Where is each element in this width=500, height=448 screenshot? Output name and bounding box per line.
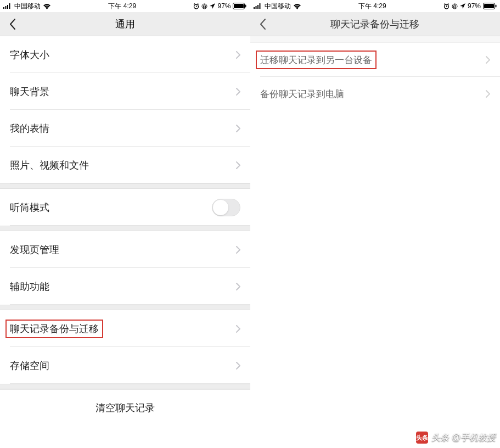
- orientation-lock-icon: [452, 3, 458, 9]
- toggle-switch[interactable]: [212, 199, 240, 216]
- wifi-icon: [293, 3, 301, 9]
- svg-rect-9: [254, 7, 255, 9]
- watermark-text: 头条 @手机教授: [431, 432, 496, 444]
- highlight-box: 迁移聊天记录到另一台设备: [256, 51, 377, 69]
- cell-label: 迁移聊天记录到另一台设备: [260, 55, 372, 65]
- watermark-logo-icon: 头条: [416, 432, 428, 444]
- chevron-right-icon: [236, 362, 240, 369]
- carrier-label: 中国移动: [14, 2, 41, 11]
- svg-rect-3: [9, 3, 10, 9]
- settings-list: 迁移聊天记录到另一台设备 备份聊天记录到电脑: [250, 36, 501, 443]
- status-bar: 中国移动 下午 4:29 97%: [0, 0, 250, 12]
- cell-label: 清空聊天记录: [95, 401, 155, 415]
- status-time: 下午 4:29: [108, 2, 136, 11]
- cell-label: 聊天记录备份与迁移: [10, 324, 99, 334]
- chevron-right-icon: [236, 325, 240, 333]
- alarm-icon: [193, 3, 199, 9]
- highlight-box: 聊天记录备份与迁移: [5, 320, 103, 338]
- cell-clear-chat[interactable]: 清空聊天记录: [0, 389, 250, 426]
- svg-rect-16: [484, 4, 494, 8]
- back-button[interactable]: [4, 16, 21, 32]
- svg-rect-8: [245, 5, 246, 8]
- chevron-right-icon: [236, 88, 240, 96]
- settings-list: 字体大小 聊天背景 我的表情 照片、视频和文件 听筒模式: [0, 36, 250, 426]
- cell-chat-backup-migrate[interactable]: 聊天记录备份与迁移: [0, 310, 250, 347]
- nav-title: 通用: [0, 18, 250, 31]
- nav-bar: 通用: [0, 12, 250, 36]
- cell-storage[interactable]: 存储空间: [0, 347, 250, 384]
- orientation-lock-icon: [201, 3, 207, 9]
- chevron-right-icon: [486, 90, 490, 98]
- svg-rect-12: [259, 3, 260, 9]
- cell-earpiece-mode[interactable]: 听筒模式: [0, 189, 250, 226]
- section-gap: [0, 226, 250, 231]
- svg-rect-0: [3, 7, 4, 9]
- battery-icon: [483, 3, 497, 9]
- chevron-right-icon: [236, 161, 240, 169]
- back-button[interactable]: [255, 16, 271, 32]
- signal-icon: [3, 3, 12, 9]
- nav-title: 聊天记录备份与迁移: [250, 18, 501, 31]
- cell-backup-to-pc[interactable]: 备份聊天记录到电脑: [250, 77, 501, 111]
- signal-icon: [254, 3, 262, 9]
- section-gap: [0, 305, 250, 310]
- cell-migrate-to-device[interactable]: 迁移聊天记录到另一台设备: [250, 43, 501, 77]
- location-icon: [460, 3, 465, 9]
- alarm-icon: [443, 3, 450, 9]
- cell-label: 发现页管理: [10, 243, 59, 256]
- svg-rect-11: [257, 5, 259, 9]
- svg-rect-1: [5, 6, 7, 9]
- cell-label: 字体大小: [10, 48, 49, 61]
- section-gap: [250, 36, 501, 43]
- phone-general-settings: 中国移动 下午 4:29 97% 通用: [0, 0, 250, 448]
- chevron-right-icon: [236, 246, 240, 254]
- location-icon: [210, 3, 215, 9]
- cell-font-size[interactable]: 字体大小: [0, 36, 250, 73]
- phone-backup-migrate: 中国移动 下午 4:29 97% 聊天记录备份与迁移: [250, 0, 501, 448]
- status-time: 下午 4:29: [358, 2, 386, 11]
- chevron-right-icon: [236, 51, 240, 59]
- cell-label: 辅助功能: [10, 280, 49, 293]
- svg-rect-7: [234, 4, 244, 8]
- carrier-label: 中国移动: [265, 2, 291, 11]
- chevron-right-icon: [236, 283, 240, 290]
- cell-label: 聊天背景: [10, 85, 49, 98]
- cell-label: 听筒模式: [10, 201, 49, 214]
- battery-icon: [233, 3, 246, 9]
- cell-media-files[interactable]: 照片、视频和文件: [0, 147, 250, 183]
- cell-label: 照片、视频和文件: [10, 159, 89, 172]
- section-gap: [0, 183, 250, 189]
- status-bar: 中国移动 下午 4:29 97%: [250, 0, 501, 12]
- svg-rect-17: [495, 5, 496, 8]
- cell-label: 存储空间: [10, 359, 49, 372]
- cell-accessibility[interactable]: 辅助功能: [0, 268, 250, 305]
- section-gap: [0, 384, 250, 389]
- nav-bar: 聊天记录备份与迁移: [250, 12, 501, 36]
- chevron-left-icon: [9, 18, 16, 30]
- svg-rect-2: [7, 5, 8, 9]
- wifi-icon: [43, 3, 51, 9]
- cell-stickers[interactable]: 我的表情: [0, 110, 250, 147]
- battery-label: 97%: [217, 2, 231, 10]
- cell-label: 备份聊天记录到电脑: [260, 88, 344, 100]
- svg-rect-10: [255, 6, 256, 9]
- cell-label: 我的表情: [10, 122, 49, 135]
- chevron-left-icon: [260, 18, 266, 30]
- cell-discover-manage[interactable]: 发现页管理: [0, 231, 250, 268]
- battery-label: 97%: [468, 2, 481, 10]
- chevron-right-icon: [236, 125, 240, 132]
- watermark: 头条 头条 @手机教授: [416, 432, 496, 444]
- cell-chat-bg[interactable]: 聊天背景: [0, 73, 250, 110]
- chevron-right-icon: [486, 56, 490, 64]
